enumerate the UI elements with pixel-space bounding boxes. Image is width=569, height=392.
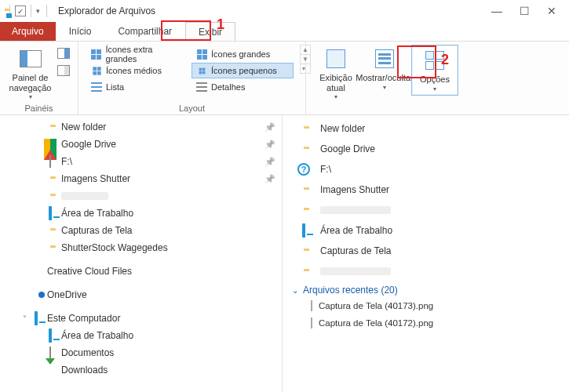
tab-view[interactable]: Exibir [185, 22, 235, 41]
tree-item[interactable]: Google Drive📌 [0, 136, 282, 153]
list-item[interactable]: Imagens Shutter [286, 180, 569, 200]
tree-item[interactable]: OneDrive [0, 286, 282, 303]
layout-details[interactable]: Detalhes [191, 79, 294, 95]
chevron-down-icon: ▾ [334, 93, 337, 100]
nav-panel-button[interactable]: Painel de navegação ▾ [8, 45, 53, 102]
list-item[interactable] [286, 200, 569, 220]
chevron-down-icon: ▾ [383, 84, 386, 91]
tree-item-label: OneDrive [47, 289, 87, 300]
layout-extra-large[interactable]: Ícones extra grandes [86, 46, 188, 62]
current-view-icon [326, 46, 345, 71]
maximize-button[interactable]: ☐ [520, 5, 530, 17]
ribbon-group-panes-label: Painéis [8, 103, 70, 113]
tree-item[interactable] [0, 187, 282, 205]
list-item-label: Área de Trabalho [320, 225, 392, 236]
list-item-label [320, 267, 391, 275]
tree-item-label: Google Drive [61, 139, 116, 150]
tree-item[interactable]: Documentos [0, 344, 282, 361]
tree-item-label: Downloads [61, 365, 108, 376]
list-item[interactable]: New folder [286, 118, 569, 139]
tab-home[interactable]: Início [56, 22, 105, 41]
recent-file-item[interactable]: Captura de Tela (40173).png [286, 297, 569, 314]
desktop-icon [35, 313, 38, 324]
preview-pane-icon[interactable] [57, 48, 70, 59]
chevron-down-icon: ⌄ [292, 286, 298, 295]
nav-panel-icon [20, 46, 42, 71]
current-view-button[interactable]: Exibição atual ▾ [314, 45, 358, 102]
show-hide-button[interactable]: Mostrar/ocultar ▾ [363, 45, 407, 93]
chevron-down-icon: ▾ [29, 93, 32, 100]
ribbon-group-view-options: Exibição atual ▾ Mostrar/ocultar ▾ Opçõe… [306, 42, 471, 114]
list-item[interactable]: ?F:\ [286, 159, 569, 180]
recent-file-item[interactable]: Captura de Tela (40172).png [286, 314, 569, 332]
tree-item[interactable]: Capturas de Tela [0, 222, 282, 239]
tree-item[interactable]: Área de Trabalho [0, 205, 282, 222]
tree-item-label: Documentos [61, 347, 114, 358]
window-title: Explorador de Arquivos [58, 5, 155, 16]
list-item[interactable]: Google Drive [286, 139, 569, 159]
drive-icon [49, 156, 51, 167]
qat-dropdown-icon[interactable]: ▾ [36, 7, 40, 15]
layout-small[interactable]: Ícones pequenos [191, 63, 294, 78]
list-item-label: F:\ [320, 164, 331, 175]
tab-file[interactable]: Arquivo [0, 22, 56, 41]
content-area: New folder📌Google Drive📌F:\📌Imagens Shut… [0, 115, 569, 392]
tree-item-label [61, 192, 108, 200]
tree-item-label: F:\ [61, 156, 72, 167]
tree-item[interactable]: ˅Este Computador [0, 310, 282, 327]
quick-access-toolbar: ✓ ▾ [5, 5, 50, 17]
list-item-label: Google Drive [320, 143, 375, 154]
minimize-button[interactable]: — [491, 5, 502, 17]
pin-icon: 📌 [264, 140, 275, 150]
documents-icon [49, 347, 51, 358]
desktop-icon [302, 225, 305, 236]
expand-icon[interactable]: ˅ [19, 314, 30, 323]
tree-item[interactable]: ShutterStock Wagegedes [0, 239, 282, 256]
recent-file-label: Captura de Tela (40173).png [319, 301, 433, 310]
help-drive-icon: ? [297, 163, 310, 176]
nav-panel-label: Painel de navegação [9, 73, 52, 93]
image-file-icon [311, 318, 312, 328]
desktop-icon [49, 208, 52, 219]
options-button[interactable]: Opções ▾ [413, 46, 457, 94]
google-drive-icon [44, 139, 57, 150]
tree-item[interactable]: New folder📌 [0, 118, 282, 136]
ribbon: Painel de navegação ▾ Painéis Ícones ext… [0, 41, 569, 115]
main-pane[interactable]: New folderGoogle Drive?F:\Imagens Shutte… [283, 115, 569, 392]
list-item[interactable]: Área de Trabalho [286, 220, 569, 241]
pin-icon: 📌 [264, 174, 275, 184]
pin-icon: 📌 [264, 122, 275, 132]
layout-medium[interactable]: Ícones médios [86, 63, 188, 78]
navigation-pane[interactable]: New folder📌Google Drive📌F:\📌Imagens Shut… [0, 115, 283, 392]
options-highlight: Opções ▾ [411, 45, 458, 96]
tree-item[interactable]: Área de Trabalho [0, 327, 282, 344]
ribbon-group-layout: Ícones extra grandes Ícones grandes Ícon… [78, 42, 306, 114]
tab-share[interactable]: Compartilhar [104, 22, 185, 41]
tree-item[interactable]: Creative Cloud Files [0, 263, 282, 280]
tree-item-label: Este Computador [47, 313, 120, 324]
image-file-icon [311, 300, 312, 311]
desktop-icon [49, 330, 52, 341]
ribbon-group-layout-label: Layout [86, 103, 297, 113]
tree-item[interactable]: Downloads [0, 361, 282, 379]
qat-checkbox-icon[interactable]: ✓ [15, 5, 26, 16]
recent-file-label: Captura de Tela (40172).png [319, 318, 433, 328]
tree-item-label: Creative Cloud Files [47, 266, 132, 277]
title-bar: ✓ ▾ Explorador de Arquivos — ☐ ✕ [0, 0, 569, 22]
layout-list[interactable]: Lista [86, 79, 188, 95]
list-item-label [320, 206, 391, 214]
tree-item-label: Imagens Shutter [61, 173, 130, 184]
list-item[interactable]: Capturas de Tela [286, 241, 569, 261]
ribbon-tabs: Arquivo Início Compartilhar Exibir [0, 22, 569, 41]
tree-item[interactable]: F:\📌 [0, 153, 282, 170]
details-pane-icon[interactable] [57, 65, 70, 76]
tree-item-label: New folder [61, 122, 106, 132]
recent-files-header[interactable]: ⌄ Arquivos recentes (20) [286, 281, 569, 297]
layout-large[interactable]: Ícones grandes [191, 46, 294, 62]
tree-item[interactable]: Imagens Shutter📌 [0, 170, 282, 187]
ribbon-group-panes: Painel de navegação ▾ Painéis [0, 42, 78, 114]
list-item-label: New folder [320, 123, 365, 134]
list-item[interactable] [286, 261, 569, 281]
tree-item-label: Área de Trabalho [61, 208, 133, 219]
close-button[interactable]: ✕ [547, 5, 556, 17]
